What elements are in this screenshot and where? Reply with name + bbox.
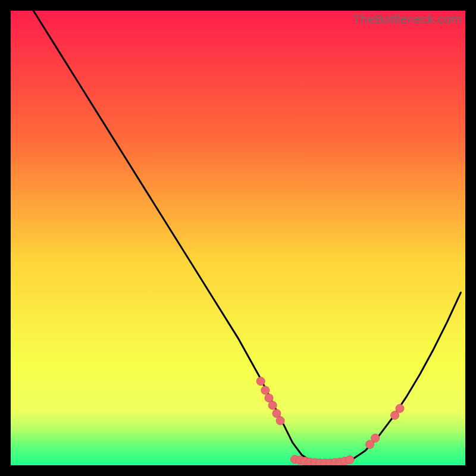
data-point	[346, 456, 354, 464]
data-point	[371, 434, 380, 442]
data-point	[256, 377, 265, 386]
watermark-text: TheBottleneck.com	[353, 12, 462, 26]
data-point	[396, 405, 404, 413]
chart-svg	[11, 11, 465, 465]
gradient-background	[11, 11, 465, 465]
data-point	[276, 416, 284, 425]
data-point	[268, 401, 277, 409]
data-point	[261, 386, 270, 394]
chart-frame: TheBottleneck.com	[11, 11, 465, 465]
